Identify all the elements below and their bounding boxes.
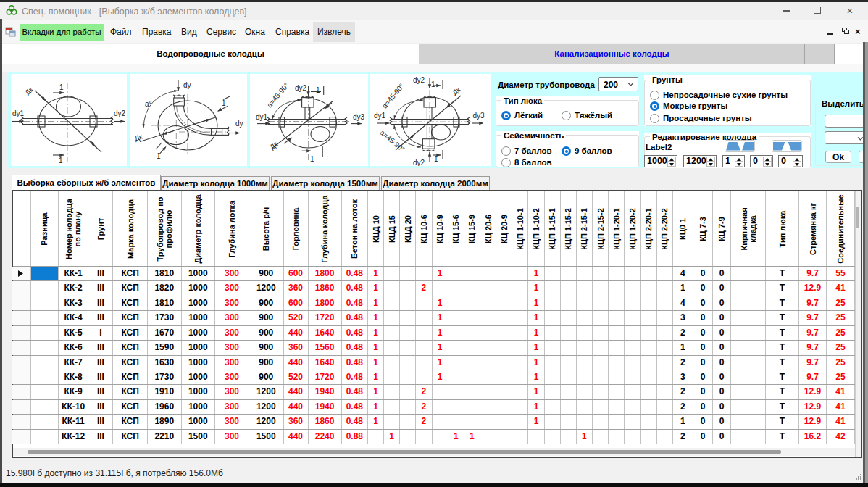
svg-text:dу3: dу3 [353, 113, 365, 121]
svg-text:а°: а° [145, 100, 152, 108]
svg-text:dу2: dу2 [413, 159, 425, 166]
svg-text:Дк: Дк [23, 85, 35, 96]
svg-text:dу1: dу1 [374, 112, 386, 120]
svg-text:dу: dу [235, 120, 243, 128]
svg-text:Дк: Дк [451, 85, 462, 96]
svg-text:dу1: dу1 [12, 109, 25, 117]
svg-text:1: 1 [59, 83, 64, 91]
svg-text:dу3: dу3 [473, 112, 485, 120]
svg-text:dу2: dу2 [413, 76, 425, 84]
svg-text:dу2: dу2 [295, 84, 307, 92]
svg-text:а=45-90°: а=45-90° [265, 81, 291, 109]
svg-text:1: 1 [157, 152, 161, 160]
svg-text:1: 1 [434, 155, 438, 163]
svg-text:dу: dу [183, 81, 191, 89]
svg-text:dу2: dу2 [114, 109, 126, 117]
svg-text:dу1: dу1 [256, 113, 268, 121]
svg-text:1: 1 [310, 155, 314, 163]
svg-text:1: 1 [222, 99, 226, 107]
svg-text:1: 1 [316, 86, 320, 94]
svg-text:а=45-90°: а=45-90° [380, 82, 406, 109]
svg-text:Дк: Дк [268, 139, 280, 151]
svg-text:1: 1 [431, 80, 435, 88]
svg-text:а=45-90°: а=45-90° [378, 128, 406, 154]
svg-text:1: 1 [59, 157, 63, 165]
